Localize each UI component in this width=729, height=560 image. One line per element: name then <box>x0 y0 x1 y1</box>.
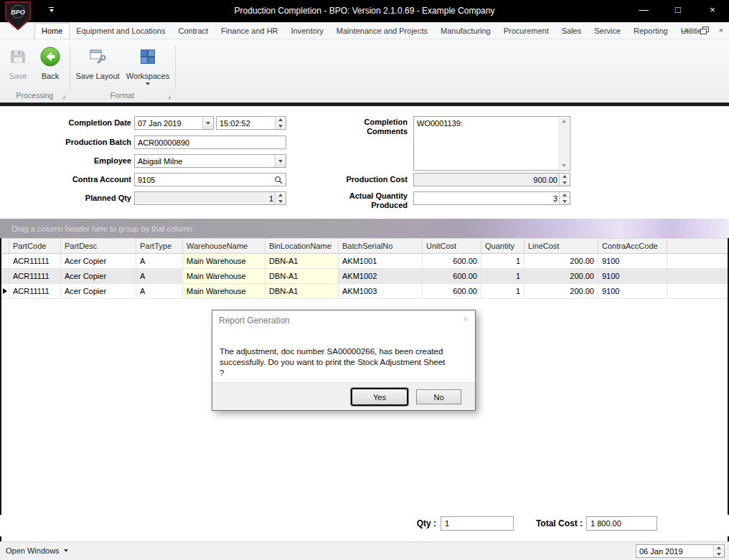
workspaces-dropdown-icon[interactable] <box>146 82 150 85</box>
tab-maintenance-and-projects[interactable]: Maintenance and Projects <box>330 23 434 39</box>
grid-header-batchserialno[interactable]: BatchSerialNo <box>339 239 423 253</box>
spin-down-icon[interactable] <box>560 199 570 205</box>
grid-cell[interactable]: 1 <box>481 284 525 298</box>
grid-cell[interactable]: 200.00 <box>525 284 598 298</box>
grid-cell[interactable]: Main Warehouse <box>183 284 265 298</box>
grid-header-unitcost[interactable]: UnitCost <box>423 239 481 253</box>
comments-scrollbar[interactable] <box>558 118 569 169</box>
time-spinner[interactable] <box>275 117 286 129</box>
grid-header-warehousename[interactable]: WarehouseName <box>183 239 265 253</box>
grid-cell[interactable]: 200.00 <box>525 254 598 268</box>
spin-up-icon[interactable] <box>714 545 724 551</box>
tab-service[interactable]: Service <box>588 23 627 39</box>
grid-row[interactable]: ACR11111Acer CopierAMain WarehouseDBN-A1… <box>1 254 728 269</box>
tab-finance-and-hr[interactable]: Finance and HR <box>215 23 285 39</box>
grid-cell[interactable]: A <box>136 284 183 298</box>
grid-cell[interactable]: 9100 <box>598 284 667 298</box>
mdi-restore-icon[interactable] <box>700 27 708 34</box>
grid-cell[interactable]: Main Warehouse <box>183 254 265 268</box>
grid-cell[interactable]: Acer Copier <box>61 284 136 298</box>
grid-cell[interactable]: ACR11111 <box>9 284 61 298</box>
chevron-down-icon <box>64 549 68 552</box>
completion-date-input[interactable]: 07 Jan 2019 <box>134 116 214 130</box>
grid-cell[interactable]: 600.00 <box>423 284 481 298</box>
grid-cell[interactable]: 1 <box>481 254 525 268</box>
grid-header-partdesc[interactable]: PartDesc <box>61 239 136 253</box>
tab-contract[interactable]: Contract <box>172 23 215 39</box>
grid-header-linecost[interactable]: LineCost <box>525 239 598 253</box>
grid-cell[interactable]: 9100 <box>598 269 667 283</box>
grid-cell[interactable]: 200.00 <box>525 269 598 283</box>
grid-cell[interactable]: Acer Copier <box>61 269 136 283</box>
total-cost-label: Total Cost : <box>519 518 583 528</box>
spin-up-icon[interactable] <box>276 117 286 123</box>
status-date-spinner[interactable] <box>713 545 724 557</box>
search-icon[interactable] <box>274 176 283 184</box>
spin-down-icon[interactable] <box>276 123 286 130</box>
grid-cell[interactable]: Acer Copier <box>61 254 136 268</box>
spin-up-icon[interactable] <box>560 192 570 199</box>
ribbon: Save Back <box>0 39 729 103</box>
bpo-logo[interactable]: BPO <box>4 1 32 31</box>
grid-cell[interactable]: ACR11111 <box>9 254 61 268</box>
scroll-down-icon[interactable] <box>562 164 566 167</box>
grid-header-quantity[interactable]: Quantity <box>481 239 525 253</box>
tab-procurement[interactable]: Procurement <box>497 23 555 39</box>
grid-cell[interactable]: 600.00 <box>423 254 481 268</box>
grid-cell[interactable]: AKM1003 <box>339 284 423 298</box>
save-layout-button[interactable]: Save Layout <box>75 44 121 80</box>
completion-time-input[interactable]: 15:02:52 <box>216 116 286 130</box>
grid-cell[interactable]: AKM1002 <box>339 269 423 283</box>
no-button[interactable]: No <box>416 389 461 404</box>
grid-cell[interactable]: 9100 <box>598 254 667 268</box>
actual-quantity-input[interactable]: 3 <box>413 191 570 205</box>
grid-cell[interactable]: A <box>136 269 183 283</box>
tab-inventory[interactable]: Inventory <box>285 23 330 39</box>
mdi-close-icon[interactable]: × <box>719 26 723 34</box>
tab-manufacturing[interactable]: Manufacturing <box>434 23 497 39</box>
grid-header-binlocationname[interactable]: BinLocationName <box>265 239 339 253</box>
dialog-close-icon[interactable]: × <box>463 313 469 325</box>
grid-cell[interactable]: 600.00 <box>423 269 481 283</box>
close-icon[interactable]: × <box>706 4 719 16</box>
chevron-down-icon[interactable] <box>202 117 213 129</box>
spin-down-icon[interactable] <box>714 551 724 558</box>
quick-access-toolbar-icon[interactable] <box>49 7 54 12</box>
grid-row[interactable]: ACR11111Acer CopierAMain WarehouseDBN-A1… <box>1 269 728 284</box>
actual-quantity-spinner[interactable] <box>559 192 570 204</box>
mdi-minimize-icon[interactable]: — <box>682 26 690 34</box>
contra-account-input[interactable]: 9105 <box>134 173 286 186</box>
tab-home[interactable]: Home <box>34 23 70 39</box>
employee-input[interactable]: Abigail Milne <box>134 154 286 168</box>
grid-header-partcode[interactable]: PartCode <box>9 239 61 253</box>
row-indicator <box>1 254 9 268</box>
grid-cell[interactable]: DBN-A1 <box>265 254 339 268</box>
group-by-bar[interactable]: Drag a column header here to group by th… <box>0 219 729 238</box>
maximize-icon[interactable]: □ <box>672 4 685 16</box>
grid-header-contraacccode[interactable]: ContraAccCode <box>598 239 667 253</box>
grid-cell[interactable]: DBN-A1 <box>265 269 339 283</box>
grid-cell[interactable]: 1 <box>481 269 525 283</box>
production-cost-input: 900.00 <box>413 173 570 186</box>
grid-header-parttype[interactable]: PartType <box>136 239 183 253</box>
yes-button[interactable]: Yes <box>351 388 408 406</box>
scroll-up-icon[interactable] <box>562 120 566 123</box>
grid-cell[interactable]: ACR11111 <box>9 269 61 283</box>
planned-qty-spinner <box>275 192 286 204</box>
grid-cell[interactable]: AKM1001 <box>339 254 423 268</box>
tab-equipment-and-locations[interactable]: Equipment and Locations <box>70 23 171 39</box>
grid-row[interactable]: ACR11111Acer CopierAMain WarehouseDBN-A1… <box>1 284 728 299</box>
back-button[interactable]: Back <box>34 44 66 80</box>
production-batch-input[interactable]: ACR00000890 <box>134 136 286 149</box>
minimize-icon[interactable]: — <box>637 4 650 16</box>
tab-reporting[interactable]: Reporting <box>627 23 674 39</box>
tab-sales[interactable]: Sales <box>555 23 588 39</box>
grid-cell[interactable]: A <box>136 254 183 268</box>
status-date-input[interactable]: 06 Jan 2019 <box>636 544 725 558</box>
grid-cell[interactable]: DBN-A1 <box>265 284 339 298</box>
grid-cell[interactable]: Main Warehouse <box>183 269 265 283</box>
open-windows-button[interactable]: Open Windows <box>6 546 68 555</box>
chevron-down-icon[interactable] <box>275 155 286 167</box>
workspaces-button[interactable]: Workspaces <box>123 44 172 85</box>
completion-comments-input[interactable]: WO0001139: <box>413 116 570 171</box>
